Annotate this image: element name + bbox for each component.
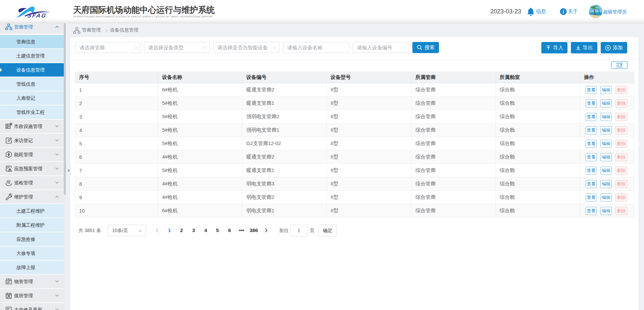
svg-text:SFAG: SFAG xyxy=(27,13,48,19)
